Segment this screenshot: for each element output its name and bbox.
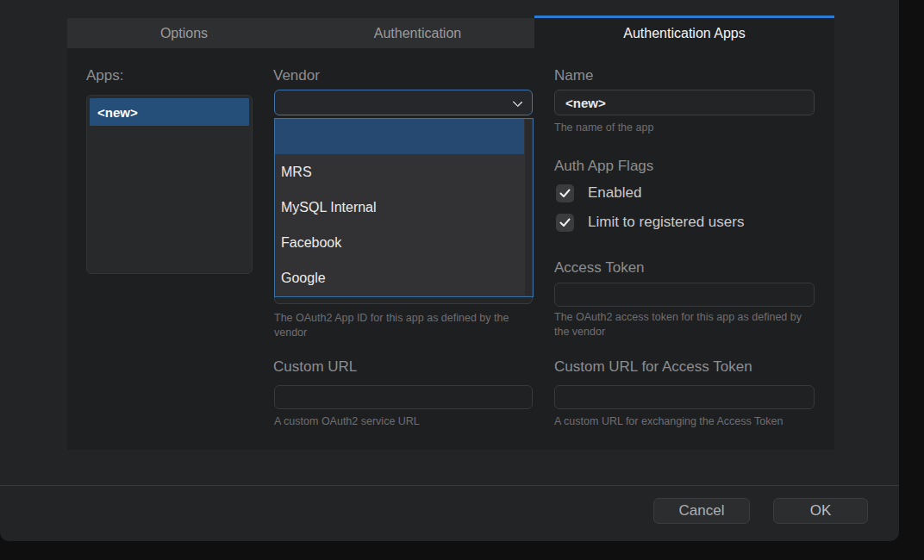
vendor-option-mysql-internal[interactable]: MySQL Internal bbox=[275, 190, 533, 225]
flag-limit-users-label: Limit to registered users bbox=[588, 214, 744, 231]
popup-scrollbar[interactable] bbox=[525, 120, 532, 296]
access-token-help: The OAuth2 access token for this app as … bbox=[554, 310, 817, 339]
vendor-option-facebook[interactable]: Facebook bbox=[275, 226, 533, 261]
access-token-label: Access Token bbox=[554, 259, 645, 277]
chevron-down-icon bbox=[512, 96, 522, 107]
auth-app-flags-label: Auth App Flags bbox=[554, 158, 653, 175]
custom-url-label: Custom URL bbox=[273, 358, 357, 376]
tab-panel-authentication-apps: Apps: <new> Vendor MRS MySQL Internal Fa… bbox=[67, 48, 834, 450]
vendor-dropdown-popup: MRS MySQL Internal Facebook Google bbox=[274, 118, 534, 297]
vendor-label: Vendor bbox=[273, 67, 320, 84]
check-icon bbox=[559, 218, 571, 227]
vendor-option-blank[interactable] bbox=[275, 119, 524, 154]
vendor-option-google[interactable]: Google bbox=[275, 261, 533, 296]
footer-divider bbox=[0, 485, 899, 486]
tab-authentication[interactable]: Authentication bbox=[301, 18, 534, 48]
name-label: Name bbox=[554, 67, 593, 84]
custom-url-field[interactable] bbox=[274, 385, 533, 409]
name-help: The name of the app bbox=[554, 121, 817, 135]
checkbox-enabled[interactable] bbox=[556, 184, 574, 202]
custom-url-access-token-field[interactable] bbox=[554, 385, 815, 409]
apps-list[interactable]: <new> bbox=[86, 95, 253, 274]
list-item[interactable]: <new> bbox=[90, 98, 249, 126]
custom-url-access-token-help: A custom URL for exchanging the Access T… bbox=[554, 414, 817, 429]
checkbox-limit-users[interactable] bbox=[556, 214, 574, 232]
check-icon bbox=[559, 189, 571, 198]
apps-label: Apps: bbox=[86, 67, 123, 84]
custom-url-help: A custom OAuth2 service URL bbox=[274, 414, 533, 429]
vendor-option-mrs[interactable]: MRS bbox=[275, 154, 533, 190]
tab-options[interactable]: Options bbox=[67, 18, 301, 48]
tab-bar: Options Authentication Authentication Ap… bbox=[67, 16, 834, 48]
ok-button[interactable]: OK bbox=[773, 498, 868, 524]
tab-authentication-apps[interactable]: Authentication Apps bbox=[534, 16, 834, 48]
dialog-window: Options Authentication Authentication Ap… bbox=[0, 0, 899, 541]
access-token-field[interactable] bbox=[554, 283, 815, 307]
flag-enabled-label: Enabled bbox=[588, 184, 641, 202]
flag-enabled[interactable]: Enabled bbox=[556, 184, 641, 202]
app-id-help: The OAuth2 App ID for this app as define… bbox=[274, 311, 528, 340]
cancel-button[interactable]: Cancel bbox=[653, 498, 750, 524]
vendor-dropdown[interactable] bbox=[274, 90, 533, 115]
custom-url-access-token-label: Custom URL for Access Token bbox=[554, 358, 752, 376]
name-field[interactable] bbox=[554, 90, 815, 115]
flag-limit-users[interactable]: Limit to registered users bbox=[556, 213, 744, 232]
